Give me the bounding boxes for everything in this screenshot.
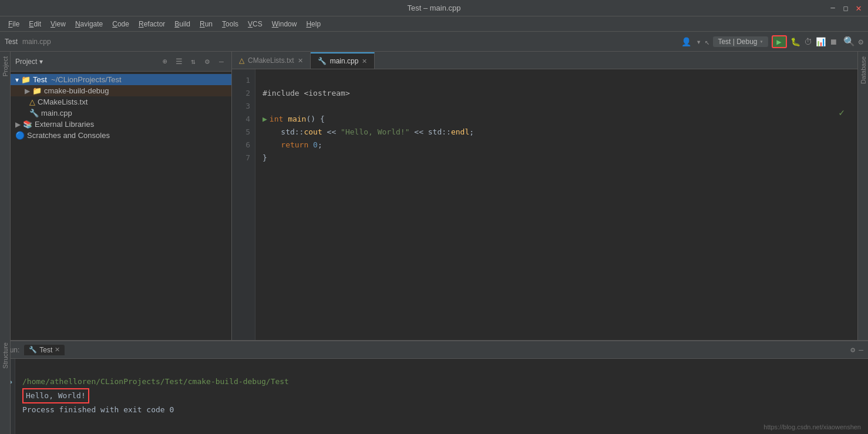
window-controls: ─ □ ✕ — [828, 4, 863, 13]
run-tab-close[interactable]: ✕ — [55, 346, 60, 354]
editor-tabs: △ CMakeLists.txt ✕ 🔧 main.cpp ✕ — [232, 52, 857, 69]
run-config-text: Test | Debug — [718, 38, 757, 46]
tree-item-test[interactable]: ▾ 📁 Test ~/CLionProjects/Test — [11, 74, 231, 85]
tree-item-cmakelists[interactable]: △ CMakeLists.txt — [11, 96, 231, 107]
run-play-button[interactable]: ▶ — [772, 35, 787, 48]
sidebar: Project ▾ ⊕ ☰ ⇅ ⚙ — ▾ 📁 Test ~/CLionProj… — [11, 52, 232, 340]
settings-icon[interactable]: ⚙ — [859, 37, 863, 46]
tree-label-cmake: cmake-build-debug — [44, 86, 109, 95]
close-sidebar-icon[interactable]: — — [216, 56, 227, 67]
structure-tab[interactable]: Structure — [0, 340, 11, 434]
ext-libs-icon: 📚 — [23, 120, 32, 129]
tree-label-ext-libs: External Libraries — [35, 120, 94, 129]
profiler-icon[interactable]: 📊 — [816, 37, 826, 46]
tab-cmakelists[interactable]: △ CMakeLists.txt ✕ — [232, 52, 311, 69]
code-area: 1 2 3 4 5 6 7 #include <iostream> ▶int m… — [232, 69, 857, 340]
watermark: https://blog.csdn.net/xiaowenshen — [763, 423, 861, 430]
toolbar-file-label: main.cpp — [22, 38, 51, 46]
menu-help[interactable]: Help — [302, 19, 324, 29]
run-path-line: /home/athelloren/CLionProjects/Test/cmak… — [22, 377, 289, 386]
stop-icon[interactable]: ⏹ — [829, 37, 837, 46]
maximize-button[interactable]: □ — [841, 4, 850, 13]
close-button[interactable]: ✕ — [854, 4, 863, 13]
editor: △ CMakeLists.txt ✕ 🔧 main.cpp ✕ 1 2 3 4 … — [232, 52, 857, 340]
tree-label-test: Test ~/CLionProjects/Test — [33, 75, 122, 84]
file-tree: ▾ 📁 Test ~/CLionProjects/Test ▶ 📁 cmake-… — [11, 72, 231, 340]
run-tab-icon: 🔧 — [29, 346, 37, 354]
right-edge[interactable]: Database — [857, 52, 868, 340]
green-checkmark: ✓ — [839, 107, 845, 118]
minimize-button[interactable]: ─ — [828, 4, 837, 13]
sort-icon[interactable]: ⇅ — [188, 56, 199, 67]
tab-cmake-icon: △ — [239, 56, 244, 65]
expand-arrow-cmake: ▶ — [25, 87, 30, 95]
tree-item-maincpp[interactable]: 🔧 main.cpp — [11, 107, 231, 119]
sidebar-header: Project ▾ ⊕ ☰ ⇅ ⚙ — — [11, 52, 231, 72]
exit-message: Process finished with exit code 0 — [22, 405, 174, 414]
run-config-arrow: ▾ — [760, 38, 763, 45]
settings-sidebar-icon[interactable]: ⚙ — [202, 56, 213, 67]
tab-cmake-close[interactable]: ✕ — [298, 57, 303, 65]
main-content: Project Project ▾ ⊕ ☰ ⇅ ⚙ — ▾ 📁 Test ~/C… — [0, 52, 868, 340]
run-tab[interactable]: 🔧 Test ✕ — [24, 345, 65, 355]
project-vert-tab[interactable]: Project — [0, 52, 11, 340]
menu-tools[interactable]: Tools — [218, 19, 242, 29]
tab-cpp-label: main.cpp — [330, 57, 359, 65]
tree-item-scratches[interactable]: 🔵 Scratches and Consoles — [11, 130, 231, 141]
run-settings-icon[interactable]: ⚙ — [850, 345, 855, 354]
run-tab-bar: Run: 🔧 Test ✕ ⚙ — — [0, 341, 868, 359]
cpp-file-icon: 🔧 — [29, 109, 39, 117]
tab-cmake-label: CMakeLists.txt — [248, 56, 294, 65]
toolbar: Test main.cpp 👤 ▾ ↖ Test | Debug ▾ ▶ 🐛 ⏱… — [0, 32, 868, 52]
database-tab-label[interactable]: Database — [860, 56, 867, 84]
tab-cpp-close[interactable]: ✕ — [362, 58, 367, 65]
expand-arrow-ext: ▶ — [15, 120, 21, 129]
bottom-panel: Run: 🔧 Test ✕ ⚙ — ▶ 🔧 ☰ 🖨 /home/athellor… — [0, 340, 868, 434]
menu-navigate[interactable]: Navigate — [72, 19, 106, 29]
menu-view[interactable]: View — [47, 19, 69, 29]
menu-bar: File Edit View Navigate Code Refactor Bu… — [0, 16, 868, 32]
menu-run[interactable]: Run — [196, 19, 216, 29]
expand-arrow: ▾ — [15, 76, 19, 84]
tree-item-external-libs[interactable]: ▶ 📚 External Libraries — [11, 119, 231, 130]
tree-item-cmake-build[interactable]: ▶ 📁 cmake-build-debug — [11, 85, 231, 96]
menu-vcs[interactable]: VCS — [244, 19, 266, 29]
debug-icon[interactable]: 🐛 — [790, 37, 800, 46]
coverage-icon[interactable]: ⏱ — [804, 37, 812, 46]
back-icon[interactable]: ↖ — [705, 37, 709, 46]
menu-build[interactable]: Build — [171, 19, 194, 29]
window-title: Test – main.cpp — [407, 4, 460, 12]
code-editor[interactable]: #include <iostream> ▶int main() { std::c… — [255, 69, 857, 340]
cmake-folder-icon: 📁 — [32, 86, 42, 95]
sync-icon[interactable]: ⊕ — [160, 56, 170, 67]
search-icon[interactable]: 🔍 — [843, 36, 855, 47]
run-minimize-icon[interactable]: — — [859, 345, 863, 354]
menu-file[interactable]: File — [5, 19, 23, 29]
toolbar-right: 👤 ▾ ↖ Test | Debug ▾ ▶ 🐛 ⏱ 📊 ⏹ 🔍 ⚙ — [681, 35, 863, 48]
structure-tab-label[interactable]: Structure — [2, 342, 9, 369]
toolbar-left: Test main.cpp — [5, 38, 51, 46]
cmake-file-icon: △ — [29, 97, 35, 106]
sidebar-title: Project ▾ — [15, 58, 156, 66]
run-config-selector[interactable]: Test | Debug ▾ — [713, 36, 768, 47]
line-numbers: 1 2 3 4 5 6 7 — [232, 69, 255, 340]
collapse-icon[interactable]: ☰ — [174, 56, 184, 67]
tree-label-cmakelists: CMakeLists.txt — [38, 97, 88, 106]
menu-window[interactable]: Window — [268, 19, 301, 29]
tab-cpp-icon: 🔧 — [318, 57, 327, 65]
tree-label-scratches: Scratches and Consoles — [27, 131, 110, 140]
menu-edit[interactable]: Edit — [25, 19, 45, 29]
tab-maincpp[interactable]: 🔧 main.cpp ✕ — [311, 52, 375, 69]
run-content: ▶ 🔧 ☰ 🖨 /home/athelloren/CLionProjects/T… — [0, 359, 868, 434]
menu-code[interactable]: Code — [109, 19, 133, 29]
run-tab-label: Test — [39, 346, 52, 354]
toolbar-test-label: Test — [5, 38, 18, 46]
title-bar: Test – main.cpp ─ □ ✕ — [0, 0, 868, 16]
run-output: /home/athelloren/CLionProjects/Test/cmak… — [15, 359, 868, 434]
user-icon[interactable]: 👤 ▾ — [681, 37, 701, 46]
project-tab-label[interactable]: Project — [2, 56, 9, 76]
menu-refactor[interactable]: Refactor — [135, 19, 169, 29]
tree-label-maincpp: main.cpp — [41, 109, 72, 117]
run-toolbar-right: ⚙ — — [850, 345, 863, 354]
scratch-icon: 🔵 — [15, 131, 25, 140]
